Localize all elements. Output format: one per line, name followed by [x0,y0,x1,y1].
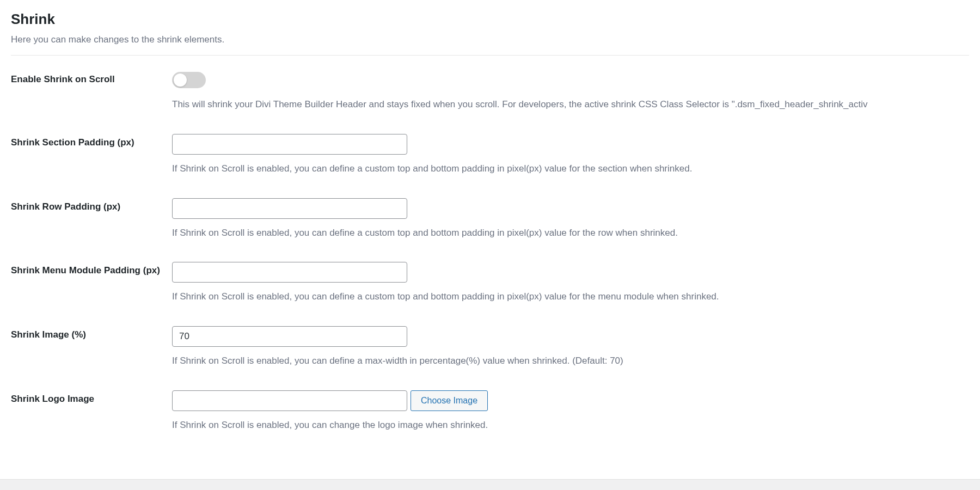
section-description: Here you can make changes to the shrink … [11,34,969,45]
field-section-padding: Shrink Section Padding (px) If Shrink on… [11,134,969,175]
choose-image-button[interactable]: Choose Image [411,390,488,411]
description-shrink-image: If Shrink on Scroll is enabled, you can … [172,354,969,367]
description-logo-image: If Shrink on Scroll is enabled, you can … [172,419,969,432]
control-wrap-logo-image: Choose Image If Shrink on Scroll is enab… [172,390,969,432]
field-row-padding: Shrink Row Padding (px) If Shrink on Scr… [11,198,969,240]
label-shrink-image: Shrink Image (%) [11,326,172,340]
description-row-padding: If Shrink on Scroll is enabled, you can … [172,226,969,240]
label-section-padding: Shrink Section Padding (px) [11,134,172,148]
field-enable-shrink: Enable Shrink on Scroll This will shrink… [11,71,969,111]
label-logo-image: Shrink Logo Image [11,390,172,405]
input-menu-padding[interactable] [172,262,407,283]
label-menu-padding: Shrink Menu Module Padding (px) [11,262,172,276]
label-enable-shrink: Enable Shrink on Scroll [11,71,172,85]
input-section-padding[interactable] [172,134,407,155]
control-wrap-section-padding: If Shrink on Scroll is enabled, you can … [172,134,969,175]
field-shrink-image: Shrink Image (%) If Shrink on Scroll is … [11,326,969,367]
description-section-padding: If Shrink on Scroll is enabled, you can … [172,162,969,175]
bottom-bar [0,479,980,490]
control-wrap-menu-padding: If Shrink on Scroll is enabled, you can … [172,262,969,303]
toggle-knob [174,74,187,87]
field-menu-padding: Shrink Menu Module Padding (px) If Shrin… [11,262,969,303]
input-logo-image[interactable] [172,390,407,411]
control-wrap-row-padding: If Shrink on Scroll is enabled, you can … [172,198,969,240]
image-input-row: Choose Image [172,390,969,411]
label-row-padding: Shrink Row Padding (px) [11,198,172,212]
description-menu-padding: If Shrink on Scroll is enabled, you can … [172,290,969,303]
input-shrink-image[interactable] [172,326,407,347]
control-wrap-shrink-image: If Shrink on Scroll is enabled, you can … [172,326,969,367]
section-header: Shrink Here you can make changes to the … [11,11,969,56]
field-logo-image: Shrink Logo Image Choose Image If Shrink… [11,390,969,432]
description-enable-shrink: This will shrink your Divi Theme Builder… [172,98,969,111]
toggle-enable-shrink[interactable] [172,72,206,88]
control-wrap-enable-shrink: This will shrink your Divi Theme Builder… [172,71,969,111]
section-title: Shrink [11,11,969,28]
input-row-padding[interactable] [172,198,407,219]
